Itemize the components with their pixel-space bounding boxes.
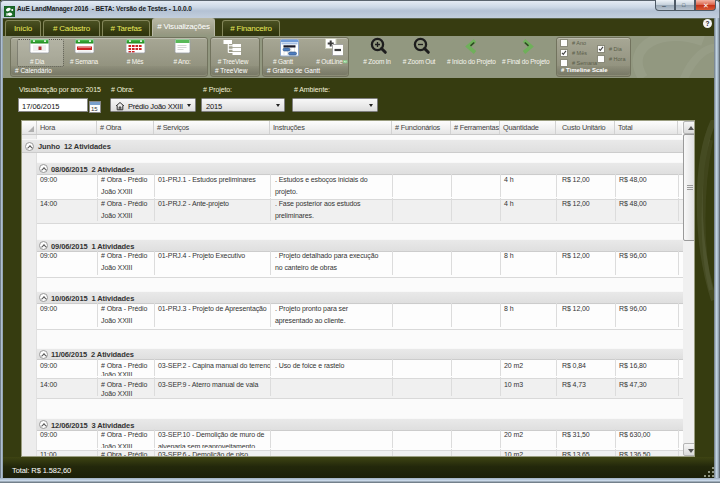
svg-text:15: 15 [91,106,98,112]
